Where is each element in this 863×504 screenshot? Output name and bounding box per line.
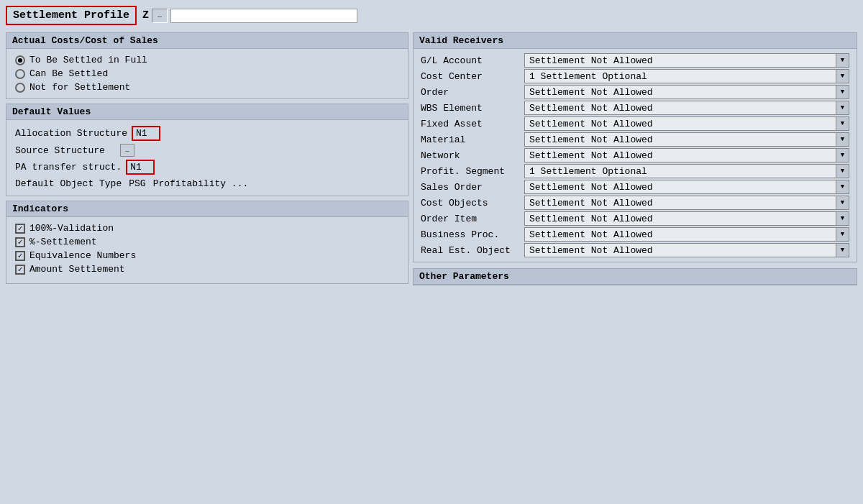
vr-label-0: G/L Account [421,54,521,68]
vr-select-1[interactable]: 1 Settlement Optional▼ [524,69,849,83]
source-structure-label: Source Structure [15,145,116,156]
vr-select-3[interactable]: Settlement Not Allowed▼ [524,101,849,115]
profile-browse-button[interactable]: … [152,9,168,23]
radio-not-for-settlement[interactable] [15,83,25,93]
indicator-pct-settlement-label: %-Settlement [29,237,97,247]
pa-transfer-label: PA transfer struct. [15,162,122,173]
indicator-amount-settlement-label: Amount Settlement [29,264,125,275]
vr-select-10[interactable]: Settlement Not Allowed▼ [524,211,849,226]
vr-select-arrow-9[interactable]: ▼ [836,196,849,209]
checkbox-pct-settlement[interactable]: ✓ [15,237,25,247]
indicator-100-validation[interactable]: ✓ 100%-Validation [15,223,399,234]
profile-text-input[interactable] [170,9,357,23]
vr-label-1: Cost Center [421,70,521,83]
content-area: Actual Costs/Cost of Sales To Be Settled… [6,32,857,285]
valid-receivers-title: Valid Receivers [414,33,857,49]
vr-select-text-11: Settlement Not Allowed [525,229,836,241]
vr-select-arrow-7[interactable]: ▼ [836,165,849,178]
vr-select-arrow-6[interactable]: ▼ [836,149,849,162]
option-not-for-settlement[interactable]: Not for Settlement [15,82,399,93]
default-values-section: Default Values Allocation Structure N1 S… [6,104,408,196]
vr-select-arrow-0[interactable]: ▼ [836,54,849,67]
radio-can-be-settled[interactable] [15,69,25,79]
pa-transfer-input[interactable]: N1 [126,160,155,175]
vr-select-11[interactable]: Settlement Not Allowed▼ [524,227,849,242]
checkbox-100-validation[interactable]: ✓ [15,224,25,234]
option-can-be-settled[interactable]: Can Be Settled [15,68,399,79]
vr-select-8[interactable]: Settlement Not Allowed▼ [524,180,849,194]
vr-select-text-4: Settlement Not Allowed [525,118,836,130]
indicator-equivalence-numbers-label: Equivalence Numbers [29,250,136,261]
vr-select-arrow-5[interactable]: ▼ [836,133,849,146]
actual-costs-section: Actual Costs/Cost of Sales To Be Settled… [6,32,408,99]
vr-select-arrow-3[interactable]: ▼ [836,101,849,114]
vr-label-4: Fixed Asset [421,117,521,131]
indicators-content: ✓ 100%-Validation ✓ %-Settlement ✓ Equiv… [6,217,408,283]
vr-select-6[interactable]: Settlement Not Allowed▼ [524,148,849,162]
vr-select-arrow-12[interactable]: ▼ [836,244,849,257]
vr-select-9[interactable]: Settlement Not Allowed▼ [524,196,849,210]
default-obj-desc: Profitability ... [153,178,249,189]
vr-label-5: Material [421,133,521,147]
vr-select-arrow-1[interactable]: ▼ [836,70,849,83]
vr-select-7[interactable]: 1 Settlement Optional▼ [524,164,849,178]
vr-select-0[interactable]: Settlement Not Allowed▼ [524,53,849,68]
source-structure-row: Source Structure … [15,144,399,157]
default-values-title: Default Values [6,104,408,120]
vr-select-2[interactable]: Settlement Not Allowed▼ [524,85,849,99]
vr-select-4[interactable]: Settlement Not Allowed▼ [524,116,849,131]
right-panel: Valid Receivers G/L AccountSettlement No… [413,32,857,285]
vr-label-8: Sales Order [421,180,521,194]
other-params-title: Other Parameters [414,269,857,285]
vr-select-text-6: Settlement Not Allowed [525,150,836,162]
vr-select-text-12: Settlement Not Allowed [525,244,836,257]
vr-select-12[interactable]: Settlement Not Allowed▼ [524,243,849,257]
vr-select-text-3: Settlement Not Allowed [525,102,836,114]
actual-costs-content: To Be Settled in Full Can Be Settled Not… [6,49,408,98]
option-to-be-settled[interactable]: To Be Settled in Full [15,55,399,65]
actual-costs-title: Actual Costs/Cost of Sales [6,33,408,49]
vr-select-arrow-11[interactable]: ▼ [836,228,849,241]
allocation-structure-row: Allocation Structure N1 [15,126,399,141]
vr-select-arrow-4[interactable]: ▼ [836,117,849,130]
source-structure-browse-button[interactable]: … [120,144,134,157]
valid-receivers-section: Valid Receivers G/L AccountSettlement No… [413,32,857,262]
vr-select-text-7: 1 Settlement Optional [525,165,836,178]
vr-select-5[interactable]: Settlement Not Allowed▼ [524,132,849,147]
settlement-profile-label: Settlement Profile [6,6,137,25]
radio-to-be-settled[interactable] [15,55,25,65]
pa-transfer-row: PA transfer struct. N1 [15,160,399,175]
header-row: Settlement Profile Z … [6,6,857,25]
option-not-for-settlement-label: Not for Settlement [29,82,130,93]
other-params-section: Other Parameters [413,268,857,285]
vr-select-text-9: Settlement Not Allowed [525,197,836,209]
vr-select-arrow-2[interactable]: ▼ [836,86,849,98]
allocation-structure-label: Allocation Structure [15,128,127,139]
option-can-be-settled-label: Can Be Settled [29,68,108,79]
option-to-be-settled-label: To Be Settled in Full [29,55,147,65]
allocation-structure-input[interactable]: N1 [132,126,160,141]
valid-receivers-grid: G/L AccountSettlement Not Allowed▼Cost C… [414,49,857,262]
vr-label-9: Cost Objects [421,196,521,210]
vr-select-text-10: Settlement Not Allowed [525,213,836,225]
default-values-content: Allocation Structure N1 Source Structure… [6,120,408,196]
vr-select-text-2: Settlement Not Allowed [525,86,836,98]
vr-label-7: Profit. Segment [421,165,521,178]
vr-label-10: Order Item [421,212,521,226]
vr-select-text-0: Settlement Not Allowed [525,55,836,67]
vr-label-2: Order [421,86,521,99]
vr-label-3: WBS Element [421,101,521,115]
indicators-section: Indicators ✓ 100%-Validation ✓ %-Settlem… [6,201,408,284]
checkbox-equivalence-numbers[interactable]: ✓ [15,251,25,261]
vr-select-arrow-10[interactable]: ▼ [836,212,849,225]
checkbox-amount-settlement[interactable]: ✓ [15,265,25,275]
indicators-title: Indicators [6,201,408,217]
indicator-amount-settlement[interactable]: ✓ Amount Settlement [15,264,399,275]
settlement-options: To Be Settled in Full Can Be Settled Not… [15,55,399,93]
indicator-equivalence-numbers[interactable]: ✓ Equivalence Numbers [15,250,399,261]
main-container: Settlement Profile Z … Actual Costs/Cost… [0,0,863,504]
profile-value-z: Z [142,9,149,22]
indicator-pct-settlement[interactable]: ✓ %-Settlement [15,237,399,247]
vr-select-arrow-8[interactable]: ▼ [836,180,849,193]
vr-select-text-8: Settlement Not Allowed [525,181,836,193]
